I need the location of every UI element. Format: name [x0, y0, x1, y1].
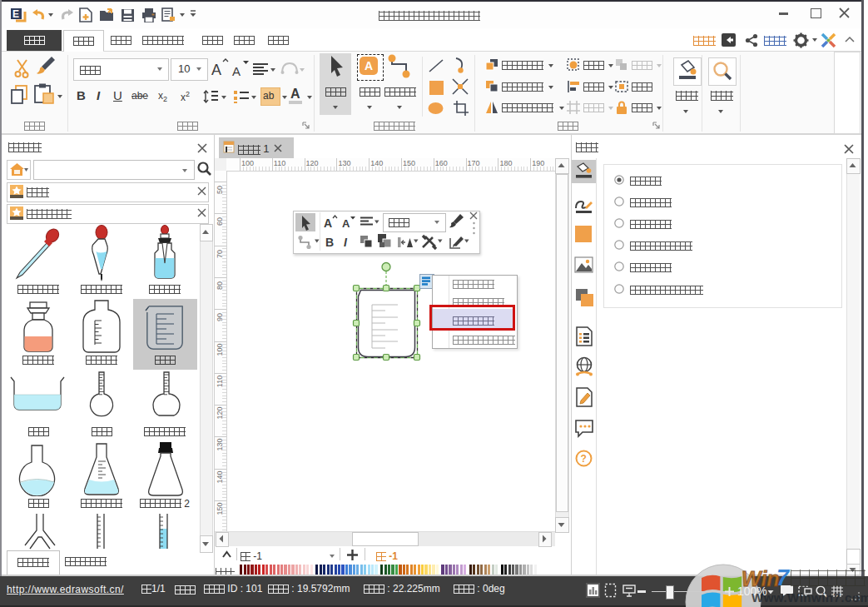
svg-text:A: A [324, 216, 332, 229]
svg-text:?: ? [581, 453, 587, 465]
svg-text:A: A [211, 62, 221, 78]
svg-text:A: A [342, 217, 350, 229]
svg-text:A: A [232, 64, 241, 78]
svg-text:E: E [12, 8, 19, 20]
